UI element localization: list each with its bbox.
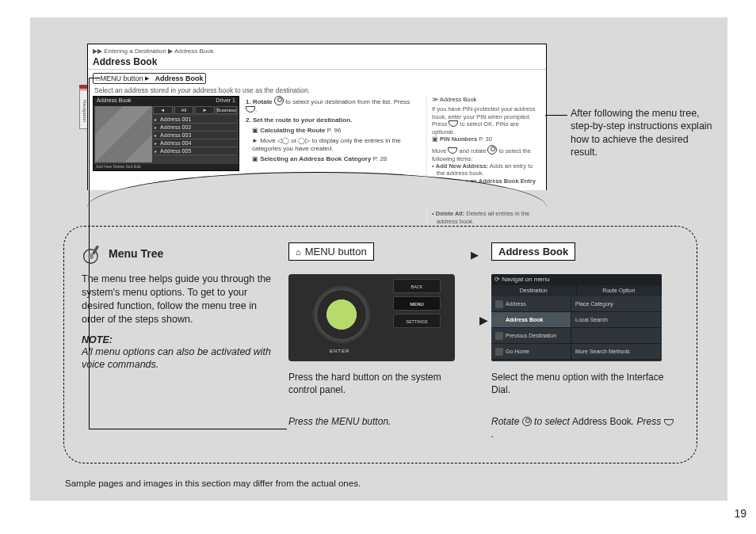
excerpt-description: Select an address stored in your address…: [88, 86, 546, 96]
interface-dial: [311, 284, 372, 345]
menu-path-dest: Address Book: [155, 74, 203, 82]
pin-ref: PIN Numbers: [440, 135, 477, 143]
dial-icon: [522, 417, 532, 426]
nav-item: [571, 328, 662, 344]
nav-marker: [79, 85, 87, 89]
menu-tree-title: Menu Tree: [109, 247, 163, 260]
nav-item: More Search Methods: [571, 344, 662, 360]
driver-label: Driver 1: [216, 97, 235, 103]
nav-title-bar: ⟳ Navigat on menu: [491, 274, 662, 285]
tab-left: ◄: [153, 106, 173, 114]
menu-tree-icon: [82, 242, 104, 265]
step1-b: to select your destination from the list…: [285, 98, 410, 105]
address-list: Address 001 Address 002 Address 003 Addr…: [154, 116, 237, 162]
nav-tab-route: Route Option: [577, 285, 662, 296]
menu-tree-panel: Menu Tree The menu tree helps guide you …: [63, 226, 697, 463]
list-item: Address 003: [154, 132, 237, 139]
screenshot-header: Address Book: [97, 97, 132, 103]
cap2-a: Rotate: [491, 416, 519, 427]
list-item: Address 004: [154, 139, 237, 147]
menu-tree-text-col: Menu Tree The menu tree helps guide you …: [82, 242, 276, 453]
nav-item: Place Category: [571, 296, 662, 312]
nav-menu-screenshot: ⟳ Navigat on menu Destination Route Opti…: [491, 274, 662, 361]
li2-text: Selects Sort by Name or Sort by Distance…: [437, 194, 536, 208]
nav-item: Local Search: [571, 312, 662, 328]
li3-label: Delete All:: [436, 210, 464, 217]
page-number: 19: [734, 507, 746, 520]
screen-caption: Select the menu option with the Interfac…: [491, 371, 666, 396]
tab-all: All: [174, 106, 194, 114]
menu-path-button: MENU button: [100, 74, 143, 82]
press-icon: [246, 106, 255, 113]
note-text: All menu options can also be activated w…: [82, 345, 276, 372]
arrow-right-icon: ▶: [471, 249, 479, 261]
step-instructions: 1. Rotate to select your destination fro…: [246, 96, 420, 227]
nav-item: Address: [506, 301, 526, 307]
map-thumbnail: [95, 106, 152, 162]
address-book-screenshot: Address Book Driver 1 ◄ All ► Business A…: [93, 96, 239, 171]
side-p2b: and rotate: [460, 147, 487, 154]
callout-text: After following the menu tree, step-by-s…: [571, 107, 713, 158]
li1-page: P. 25: [437, 185, 450, 192]
control-panel-photo: ENTER BACK MENU SETTINGS: [288, 274, 455, 361]
step2-ref: Calculating the Route: [260, 127, 325, 134]
dial-icon: [274, 96, 284, 105]
li1-ref: Adding an Address Book Entry: [448, 177, 536, 185]
li1-label: Add New Address:: [436, 162, 488, 170]
chevron-right-icon: ▶: [145, 75, 149, 82]
step1-a: 1. Rotate: [246, 98, 273, 105]
nav-side-tab: Navigation: [79, 90, 87, 129]
li2-label: Sort:: [436, 194, 450, 201]
back-button: BACK: [393, 279, 441, 293]
screen-column: ▶ Address Book ⟳ Navigat on menu Destina…: [491, 242, 666, 453]
excerpt-title: Address Book: [88, 55, 546, 70]
arrow-right-icon: ▶: [479, 314, 488, 326]
step3: ► Move ◁◯ or ◯▷ to display only the entr…: [246, 137, 420, 153]
list-item: Address 002: [154, 124, 237, 132]
nav-tab-destination: Destination: [491, 285, 577, 296]
hw-caption-italic: Press the MENU button.: [288, 415, 471, 428]
row-icon: [495, 332, 503, 340]
leader-line: [89, 78, 100, 78]
svg-point-2: [88, 254, 94, 259]
menu-button-icon: ⌂: [296, 247, 301, 257]
menu-tree-body: The menu tree helps guide you through th…: [82, 273, 276, 326]
press-icon: [449, 120, 458, 127]
list-item: Address 005: [154, 147, 237, 155]
menu-hard-button: MENU: [393, 296, 441, 311]
step3-page: P. 28: [373, 155, 388, 162]
press-icon: [664, 419, 674, 425]
address-book-label: Address Book: [498, 246, 568, 257]
side-notes: ≫ Address Book If you have PIN-protected…: [426, 96, 541, 227]
nav-item: Go Home: [506, 349, 529, 354]
step2-page: P. 96: [327, 127, 342, 134]
tab-right: ►: [195, 106, 215, 114]
cap2-d: . Press: [632, 416, 661, 427]
address-book-label-box: Address Book: [491, 242, 575, 261]
side-header: Address Book: [440, 96, 477, 103]
hardware-column: ⌂ MENU button ENTER BACK MENU SETTINGS ▶…: [296, 242, 471, 453]
pin-page: P. 30: [479, 135, 492, 143]
menu-button-label-box: ⌂ MENU button: [288, 242, 374, 261]
side-p2a: Move: [432, 147, 446, 154]
row-icon: [495, 316, 503, 324]
nav-item-selected: Address Book: [506, 317, 543, 322]
step3-ref: Selecting an Address Book Category: [260, 155, 371, 162]
cap2-c: Address Book: [572, 416, 632, 427]
menu-path-box: ⌂ MENU button ▶ Address Book: [93, 73, 206, 84]
note-label: NOTE:: [82, 334, 276, 345]
footnote: Sample pages and images in this section …: [65, 479, 361, 488]
screenshot-footer: Add New Delete Sort Edit: [94, 164, 239, 170]
step2: 2. Set the route to your destination.: [246, 116, 352, 124]
press-icon: [448, 147, 457, 154]
menu-button-label: MENU button: [305, 246, 367, 257]
enter-label: ENTER: [330, 349, 349, 353]
manual-excerpt-panel: ▶▶ Entering a Destination ▶ Address Book…: [87, 44, 547, 190]
breadcrumb: ▶▶ Entering a Destination ▶ Address Book: [88, 44, 546, 55]
screenshot-container: Address Book Driver 1 ◄ All ► Business A…: [93, 96, 239, 227]
row-icon: [495, 348, 503, 356]
hw-caption: Press the hard button on the system cont…: [288, 371, 463, 396]
settings-button: SETTINGS: [393, 314, 441, 328]
screen-caption-italic: Rotate to select Address Book. Press .: [491, 415, 674, 441]
nav-item: Previous Destination: [506, 333, 556, 338]
